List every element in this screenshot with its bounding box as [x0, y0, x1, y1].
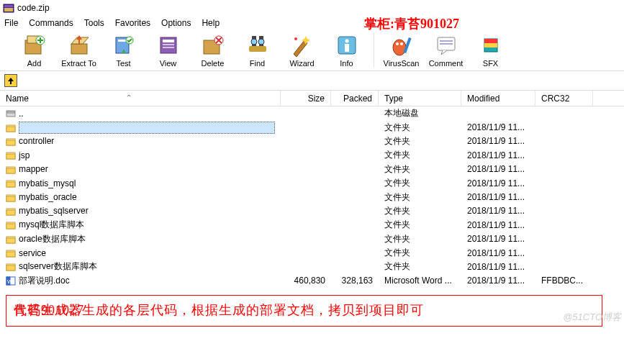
tool-label: SFX: [483, 59, 498, 68]
svg-rect-1: [4, 5, 13, 7]
table-row[interactable]: sqlserver数据库脚本文件夹2018/11/9 11...: [0, 260, 624, 273]
column-header[interactable]: Name⌃ Size Packed Type Modified CRC32: [0, 91, 624, 106]
file-size: [281, 196, 331, 198]
svg-point-23: [345, 40, 348, 43]
file-type: 文件夹: [379, 135, 461, 148]
table-row[interactable]: mapper文件夹2018/11/9 11...: [0, 163, 624, 176]
tool-test[interactable]: Test: [103, 33, 144, 68]
annotation-overlay: 青苔901027: [14, 301, 84, 319]
menu-tools[interactable]: Tools: [84, 18, 104, 28]
table-row[interactable]: ..本地磁盘: [0, 106, 624, 120]
file-type: 文件夹: [379, 218, 461, 232]
svg-point-26: [396, 42, 399, 45]
file-modified: 2018/11/9 11...: [461, 233, 535, 245]
file-type: 文件夹: [379, 246, 461, 260]
file-crc: [535, 140, 593, 142]
menu-options[interactable]: Options: [161, 18, 191, 28]
svg-rect-38: [6, 127, 15, 132]
file-packed: [331, 252, 379, 254]
svg-rect-13: [163, 47, 174, 48]
svg-point-27: [400, 42, 403, 45]
file-size: [281, 238, 331, 240]
svg-rect-8: [118, 40, 127, 42]
col-packed[interactable]: Packed: [331, 91, 379, 106]
tool-label: Delete: [202, 59, 225, 68]
tool-add[interactable]: Add: [14, 33, 55, 68]
file-crc: [535, 183, 593, 184]
file-type: 文件夹: [379, 232, 461, 246]
file-type: 本地磁盘: [379, 106, 461, 120]
svg-rect-30: [440, 40, 453, 42]
table-row[interactable]: mybatis_oracle文件夹2018/11/9 11...: [0, 190, 624, 204]
col-crc[interactable]: CRC32: [535, 91, 593, 106]
svg-text:W: W: [7, 278, 13, 285]
tool-label: Find: [250, 59, 265, 68]
svg-rect-44: [6, 168, 15, 173]
svg-rect-36: [7, 112, 14, 113]
file-name: [19, 122, 275, 134]
tool-delete[interactable]: Delete: [192, 33, 233, 68]
file-name: mybatis_sqlserver: [19, 206, 89, 216]
file-packed: 328,163: [331, 275, 379, 286]
file-size: [281, 127, 331, 128]
up-button[interactable]: [4, 74, 17, 87]
file-packed: [331, 113, 379, 114]
file-crc: [535, 224, 593, 226]
tool-find[interactable]: Find: [237, 33, 278, 68]
svg-point-21: [294, 37, 297, 40]
table-row[interactable]: oracle数据库脚本文件夹2018/11/9 11...: [0, 232, 624, 246]
svg-rect-12: [163, 44, 174, 45]
file-crc: [535, 113, 593, 114]
col-size[interactable]: Size: [281, 91, 331, 106]
tool-scan[interactable]: VirusScan: [381, 33, 422, 68]
tool-info[interactable]: Info: [326, 33, 367, 68]
col-type[interactable]: Type: [379, 91, 461, 106]
menu-favorites[interactable]: Favorites: [115, 18, 150, 28]
table-row[interactable]: mybatis_sqlserver文件夹2018/11/9 11...: [0, 204, 624, 218]
file-crc: [535, 155, 593, 156]
file-name: mysql数据库脚本: [19, 219, 84, 231]
svg-rect-40: [6, 140, 15, 145]
file-name: oracle数据库脚本: [19, 233, 86, 245]
table-row[interactable]: jsp文件夹2018/11/9 11...: [0, 148, 624, 162]
tool-wizard[interactable]: Wizard: [281, 33, 322, 68]
file-packed: [331, 155, 379, 156]
col-name[interactable]: Name⌃: [0, 91, 281, 106]
winrar-icon: [3, 2, 14, 14]
svg-rect-31: [440, 43, 453, 45]
tool-extract[interactable]: Extract To: [58, 33, 99, 68]
table-row[interactable]: service文件夹2018/11/9 11...: [0, 246, 624, 260]
table-row[interactable]: controller文件夹2018/11/9 11...: [0, 135, 624, 148]
svg-rect-50: [6, 210, 15, 215]
file-modified: 2018/11/9 11...: [461, 122, 535, 133]
menu-help[interactable]: Help: [202, 18, 220, 28]
menu-file[interactable]: File: [4, 18, 18, 28]
file-size: [281, 113, 331, 114]
scan-icon: [389, 33, 414, 58]
col-modified[interactable]: Modified: [461, 91, 535, 106]
file-packed: [331, 224, 379, 226]
comment-icon: [434, 33, 458, 58]
file-size: [281, 183, 331, 184]
file-type: 文件夹: [379, 204, 461, 218]
table-row[interactable]: mysql数据库脚本文件夹2018/11/9 11...: [0, 218, 624, 232]
table-row[interactable]: 文件夹2018/11/9 11...: [0, 120, 624, 134]
view-icon: [156, 33, 181, 58]
file-modified: 2018/11/9 11...: [461, 178, 535, 189]
tool-label: View: [160, 59, 177, 68]
tool-sfx[interactable]: SFX: [470, 33, 511, 68]
toolbar: AddExtract ToTestViewDeleteFindWizardInf…: [0, 30, 624, 71]
svg-rect-18: [249, 46, 266, 52]
table-row[interactable]: W部署说明.doc460,830328,163Microsoft Word ..…: [0, 274, 624, 288]
tool-view[interactable]: View: [148, 33, 189, 68]
file-type: 文件夹: [379, 260, 461, 273]
tool-comment[interactable]: Comment: [425, 33, 466, 68]
menu-commands[interactable]: Commands: [29, 18, 73, 28]
svg-rect-56: [6, 252, 15, 257]
file-size: [281, 266, 331, 268]
nav-row: [0, 71, 624, 91]
table-row[interactable]: mybatis_mysql文件夹2018/11/9 11...: [0, 176, 624, 190]
window-title: code.zip: [17, 3, 50, 13]
svg-point-19: [251, 39, 257, 45]
file-type: 文件夹: [379, 191, 461, 204]
